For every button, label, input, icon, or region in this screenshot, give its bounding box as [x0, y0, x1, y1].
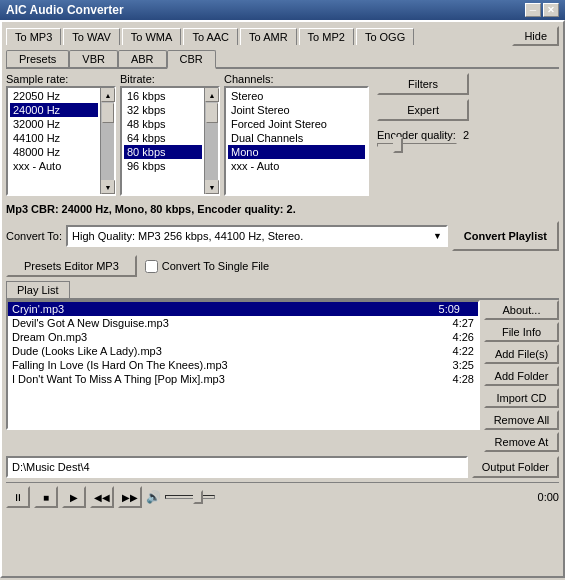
play-button[interactable]: ▶ [62, 486, 86, 508]
remove-at-button[interactable]: Remove At [484, 432, 559, 452]
file-row[interactable]: I Don't Want To Miss A Thing [Pop Mix].m… [8, 372, 478, 386]
file-list-area: Cryin'.mp3 5:09 Devil's Got A New Disgui… [6, 300, 559, 452]
tab-to-aac[interactable]: To AAC [183, 28, 238, 45]
file-name: I Don't Want To Miss A Thing [Pop Mix].m… [12, 373, 445, 385]
title-bar-title: AIC Audio Converter [6, 3, 124, 17]
presets-editor-button[interactable]: Presets Editor MP3 [6, 255, 137, 277]
convert-playlist-button[interactable]: Convert Playlist [452, 221, 559, 251]
close-button[interactable]: ✕ [543, 3, 559, 17]
remove-all-button[interactable]: Remove All [484, 410, 559, 430]
list-item[interactable]: 64 kbps [124, 131, 202, 145]
tab-to-mp2[interactable]: To MP2 [299, 28, 354, 45]
tab-to-wma[interactable]: To WMA [122, 28, 182, 45]
file-name: Cryin'.mp3 [12, 303, 431, 315]
sample-rate-items: 22050 Hz 24000 Hz 32000 Hz 44100 Hz 4800… [8, 88, 100, 194]
list-item[interactable]: 22050 Hz [10, 89, 98, 103]
sample-rate-scrollbar: ▲ ▼ [100, 88, 114, 194]
list-item[interactable]: Mono [228, 145, 365, 159]
encoder-quality-section: Encoder quality: 2 [377, 129, 469, 147]
output-path-input[interactable] [6, 456, 468, 478]
file-time: 4:26 [453, 331, 474, 343]
channels-col: Channels: Stereo Joint Stereo Forced Joi… [224, 73, 369, 196]
tab-to-mp3[interactable]: To MP3 [6, 28, 61, 45]
list-item[interactable]: 48 kbps [124, 117, 202, 131]
hide-button[interactable]: Hide [512, 26, 559, 46]
scroll-up-btn[interactable]: ▲ [101, 88, 115, 102]
file-name: Dream On.mp3 [12, 331, 445, 343]
tab-to-amr[interactable]: To AMR [240, 28, 297, 45]
file-list: Cryin'.mp3 5:09 Devil's Got A New Disgui… [6, 300, 480, 430]
add-files-button[interactable]: Add File(s) [484, 344, 559, 364]
file-row[interactable]: Falling In Love (Is Hard On The Knees).m… [8, 358, 478, 372]
minimize-button[interactable]: ─ [525, 3, 541, 17]
encoder-quality-slider-row [377, 143, 469, 147]
preset-tabs-row: Presets VBR ABR CBR [6, 50, 559, 69]
list-item[interactable]: 32 kbps [124, 103, 202, 117]
main-window: To MP3 To WAV To WMA To AAC To AMR To MP… [0, 20, 565, 578]
scroll-down-btn[interactable]: ▼ [101, 180, 115, 194]
format-tabs-row: To MP3 To WAV To WMA To AAC To AMR To MP… [6, 26, 559, 46]
sample-rate-label: Sample rate: [6, 73, 116, 85]
list-item[interactable]: 80 kbps [124, 145, 202, 159]
convert-to-row: Convert To: High Quality: MP3 256 kbps, … [6, 221, 559, 251]
tab-to-wav[interactable]: To WAV [63, 28, 120, 45]
about-button[interactable]: About... [484, 300, 559, 320]
preset-tab-presets[interactable]: Presets [6, 50, 69, 67]
convert-single-file-checkbox[interactable] [145, 260, 158, 273]
scroll-up-btn[interactable]: ▲ [205, 88, 219, 102]
file-row[interactable]: Dude (Looks Like A Lady).mp3 4:22 [8, 344, 478, 358]
import-cd-button[interactable]: Import CD [484, 388, 559, 408]
output-row: Output Folder [6, 456, 559, 478]
add-folder-button[interactable]: Add Folder [484, 366, 559, 386]
list-item[interactable]: 24000 Hz [10, 103, 98, 117]
list-item[interactable]: 48000 Hz [10, 145, 98, 159]
file-name: Falling In Love (Is Hard On The Knees).m… [12, 359, 445, 371]
file-row[interactable]: Devil's Got A New Disguise.mp3 4:27 [8, 316, 478, 330]
pause-button[interactable]: ⏸ [6, 486, 30, 508]
stop-button[interactable]: ■ [34, 486, 58, 508]
list-item[interactable]: 96 kbps [124, 159, 202, 173]
playlist-tabs-row: Play List [6, 281, 559, 300]
preset-tab-cbr[interactable]: CBR [167, 50, 216, 69]
list-item[interactable]: xxx - Auto [228, 159, 365, 173]
bitrate-list: 16 kbps 32 kbps 48 kbps 64 kbps 80 kbps … [120, 86, 220, 196]
convert-single-file-row: Convert To Single File [145, 260, 269, 273]
list-item[interactable]: 44100 Hz [10, 131, 98, 145]
list-item[interactable]: Dual Channels [228, 131, 365, 145]
file-time: 5:09 [439, 303, 460, 315]
file-row[interactable]: Cryin'.mp3 5:09 [8, 302, 478, 316]
file-info-button[interactable]: File Info [484, 322, 559, 342]
dropdown-arrow-icon: ▼ [433, 231, 442, 241]
encoder-quality-value: 2 [463, 129, 469, 141]
convert-single-file-label: Convert To Single File [162, 260, 269, 272]
scroll-track [205, 102, 218, 180]
tab-to-ogg[interactable]: To OGG [356, 28, 414, 45]
playlist-tab[interactable]: Play List [6, 281, 70, 298]
forward-button[interactable]: ▶▶ [118, 486, 142, 508]
list-item[interactable]: Joint Stereo [228, 103, 365, 117]
volume-slider[interactable] [165, 495, 215, 499]
file-row[interactable]: Dream On.mp3 4:26 [8, 330, 478, 344]
file-name: Dude (Looks Like A Lady).mp3 [12, 345, 445, 357]
convert-to-select[interactable]: High Quality: MP3 256 kbps, 44100 Hz, St… [66, 225, 448, 247]
preset-tab-abr[interactable]: ABR [118, 50, 167, 67]
encoder-quality-slider[interactable] [377, 143, 457, 147]
sample-rate-col: Sample rate: 22050 Hz 24000 Hz 32000 Hz … [6, 73, 116, 196]
list-item[interactable]: Stereo [228, 89, 365, 103]
list-item[interactable]: xxx - Auto [10, 159, 98, 173]
preset-tab-vbr[interactable]: VBR [69, 50, 118, 67]
params-section: Sample rate: 22050 Hz 24000 Hz 32000 Hz … [6, 73, 559, 196]
scrollbar-indicator [460, 303, 474, 315]
rewind-button[interactable]: ◀◀ [90, 486, 114, 508]
bitrate-label: Bitrate: [120, 73, 220, 85]
convert-to-value: High Quality: MP3 256 kbps, 44100 Hz, St… [72, 230, 303, 242]
scroll-down-btn[interactable]: ▼ [205, 180, 219, 194]
output-folder-button[interactable]: Output Folder [472, 456, 559, 478]
filters-button[interactable]: Filters [377, 73, 469, 95]
list-item[interactable]: Forced Joint Stereo [228, 117, 365, 131]
list-item[interactable]: 16 kbps [124, 89, 202, 103]
file-time: 4:28 [453, 373, 474, 385]
expert-button[interactable]: Expert [377, 99, 469, 121]
list-item[interactable]: 32000 Hz [10, 117, 98, 131]
scroll-thumb [102, 103, 114, 123]
